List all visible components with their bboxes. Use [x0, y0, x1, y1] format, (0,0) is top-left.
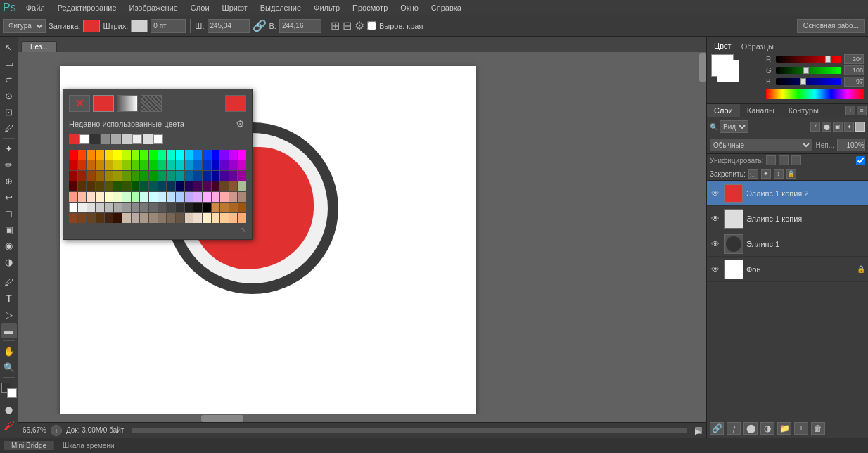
filter-icon-3[interactable]: ▣: [833, 122, 843, 132]
swatch[interactable]: [176, 171, 184, 181]
swatch[interactable]: [113, 192, 122, 202]
swatch[interactable]: [193, 203, 202, 212]
swatch[interactable]: [203, 150, 211, 160]
menu-view[interactable]: Просмотр: [347, 2, 393, 13]
unify-btn-3[interactable]: [791, 155, 801, 165]
swatch[interactable]: [69, 181, 77, 191]
swatch[interactable]: [212, 160, 220, 170]
popup-resize-handle[interactable]: ⤡: [241, 226, 246, 234]
eraser-tool[interactable]: ◻: [1, 205, 17, 221]
swatch[interactable]: [220, 213, 229, 223]
b-slider-track[interactable]: [776, 78, 841, 85]
swatch[interactable]: [238, 181, 246, 191]
swatch[interactable]: [238, 213, 246, 223]
tab-color[interactable]: Цвет: [711, 41, 734, 51]
swatch[interactable]: [122, 192, 131, 202]
fill-color-swatch[interactable]: [83, 20, 100, 32]
swatch[interactable]: [212, 213, 220, 223]
swatch[interactable]: [176, 203, 184, 212]
swatch[interactable]: [149, 181, 158, 191]
swatch[interactable]: [113, 160, 122, 170]
menu-image[interactable]: Изображение: [124, 2, 184, 13]
canvas-tab-main[interactable]: Без...: [21, 41, 57, 52]
swatch[interactable]: [132, 150, 140, 160]
lock-btn-3[interactable]: ↕: [774, 169, 784, 179]
vertical-scrollbar[interactable]: [698, 52, 706, 414]
swatch[interactable]: [149, 171, 158, 181]
g-slider-track[interactable]: [776, 67, 841, 74]
lock-btn-1[interactable]: ⬚: [748, 169, 758, 179]
layer-eye-3[interactable]: 👁: [710, 238, 721, 250]
fg-bg-colors[interactable]: [1, 383, 17, 398]
no-fill-btn[interactable]: ✕: [69, 95, 90, 112]
canvas-info-btn[interactable]: i: [51, 425, 62, 436]
swatch[interactable]: [78, 203, 87, 212]
color-spectrum-bar[interactable]: [766, 89, 864, 99]
color-panel-fg-preview[interactable]: [717, 60, 739, 82]
swatch[interactable]: [229, 150, 238, 160]
layer-eye-1[interactable]: 👁: [710, 188, 721, 199]
b-value-input[interactable]: [844, 77, 864, 87]
swatch[interactable]: [122, 213, 131, 223]
add-style-btn[interactable]: 𝑓: [727, 422, 741, 435]
r-slider-thumb[interactable]: [825, 56, 831, 63]
link-proportions-icon[interactable]: 🔗: [253, 19, 267, 32]
swatch[interactable]: [158, 150, 167, 160]
swatch[interactable]: [69, 171, 77, 181]
path-select-tool[interactable]: ▷: [1, 307, 17, 322]
history-tool[interactable]: ↩: [1, 189, 17, 205]
swatch[interactable]: [203, 203, 211, 212]
swatch[interactable]: [87, 181, 95, 191]
swatch[interactable]: [105, 160, 113, 170]
tab-timeline[interactable]: Шкала времени: [56, 441, 122, 450]
swatch[interactable]: [193, 192, 202, 202]
new-layer-icon[interactable]: +: [845, 106, 855, 115]
swatch[interactable]: [78, 181, 87, 191]
swatch[interactable]: [193, 171, 202, 181]
swatch[interactable]: [238, 171, 246, 181]
swatch[interactable]: [193, 160, 202, 170]
swatch[interactable]: [185, 160, 193, 170]
swatch[interactable]: [185, 203, 193, 212]
swatch[interactable]: [149, 192, 158, 202]
swatch[interactable]: [220, 171, 229, 181]
swatch[interactable]: [185, 181, 193, 191]
swatch[interactable]: [220, 203, 229, 212]
swatch[interactable]: [69, 150, 77, 160]
current-color-swatch[interactable]: [225, 95, 246, 112]
swatch[interactable]: [203, 213, 211, 223]
swatch[interactable]: [176, 192, 184, 202]
recent-color-3[interactable]: [90, 134, 100, 144]
swatch[interactable]: [238, 192, 246, 202]
swatch[interactable]: [132, 160, 140, 170]
lock-btn-2[interactable]: ✦: [761, 169, 771, 179]
tab-channels[interactable]: Каналы: [740, 104, 781, 117]
swatch[interactable]: [69, 160, 77, 170]
menu-file[interactable]: Файл: [20, 2, 51, 13]
swatch[interactable]: [105, 171, 113, 181]
swatch[interactable]: [140, 213, 148, 223]
timeline-play-btn[interactable]: ▶: [695, 427, 702, 434]
filter-icon-4[interactable]: ✦: [844, 122, 854, 132]
swatch[interactable]: [220, 192, 229, 202]
swatch[interactable]: [212, 203, 220, 212]
swatch[interactable]: [238, 203, 247, 212]
swatch[interactable]: [132, 203, 140, 212]
vertical-scrollbar-thumb[interactable]: [699, 53, 706, 82]
layer-item-ellipse1copy[interactable]: 👁 Эллипс 1 копия: [707, 206, 868, 231]
swatch[interactable]: [203, 171, 211, 181]
swatch[interactable]: [105, 150, 113, 160]
swatch[interactable]: [149, 203, 158, 212]
text-tool[interactable]: T: [1, 291, 17, 306]
recent-color-9[interactable]: [153, 134, 163, 144]
lasso-tool[interactable]: ⊂: [1, 72, 17, 87]
swatch[interactable]: [96, 181, 104, 191]
swatch[interactable]: [193, 150, 202, 160]
opacity-input[interactable]: [837, 139, 865, 151]
edge-align-checkbox[interactable]: [367, 21, 376, 30]
new-group-btn[interactable]: 📁: [777, 422, 791, 435]
link-layers-btn[interactable]: 🔗: [710, 422, 724, 435]
swatch[interactable]: [220, 150, 229, 160]
crop-tool[interactable]: ⊡: [1, 104, 17, 120]
swatch[interactable]: [158, 181, 167, 191]
